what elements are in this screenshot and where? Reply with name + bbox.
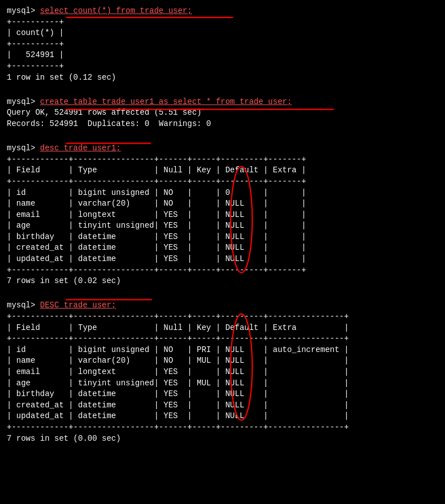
output-3-row-name: | name | varchar(20) | NO | | NULL | | (7, 198, 438, 210)
block-3: mysql> desc trade_user1; +------------+-… (7, 143, 438, 287)
command-text-2: create table trade_user1 as select * fro… (40, 97, 292, 106)
output-4-rowcount: 7 rows in set (0.00 sec) (7, 433, 438, 445)
command-text-1: select count(*) from trade_user; (40, 6, 192, 15)
output-4-row-id: | id | bigint unsigned | NO | PRI | NULL… (7, 345, 438, 356)
output-3-row-email: | email | longtext | YES | | NULL | | (7, 210, 438, 221)
output-3-border-bot: +------------+-----------------+------+-… (7, 265, 438, 276)
prompt-3: mysql> (7, 144, 40, 153)
block-2: mysql> create table trade_user1 as selec… (7, 97, 438, 130)
command-line-1: mysql> select count(*) from trade_user; (7, 6, 438, 17)
command-line-2: mysql> create table trade_user1 as selec… (7, 97, 438, 108)
output-2-2: Records: 524991 Duplicates: 0 Warnings: … (7, 119, 438, 130)
output-3-row-id: | id | bigint unsigned | NO | | 0 | | (7, 188, 438, 199)
output-3-header: | Field | Type | Null | Key | Default | … (7, 165, 438, 176)
command-line-4: mysql> DESC trade_user; (7, 300, 438, 311)
output-4-row-age: | age | tinyint unsigned| YES | MUL | NU… (7, 378, 438, 389)
prompt-4: mysql> (7, 301, 40, 310)
command-text-3: desc trade_user1; (40, 144, 121, 153)
output-3-rowcount: 7 rows in set (0.02 sec) (7, 276, 438, 287)
output-3-row-age: | age | tinyint unsigned| YES | | NULL |… (7, 220, 438, 232)
block-4: mysql> DESC trade_user; +------------+--… (7, 300, 438, 444)
output-4-row-birthday: | birthday | datetime | YES | | NULL | | (7, 389, 438, 400)
output-3-border-top: +------------+-----------------+------+-… (7, 154, 438, 166)
output-4-row-updated: | updated_at | datetime | YES | | NULL |… (7, 411, 438, 422)
output-1-3: +----------+ (7, 39, 438, 50)
output-4-row-name: | name | varchar(20) | NO | MUL | NULL |… (7, 355, 438, 367)
output-1-4: | 524991 | (7, 50, 438, 61)
output-3-row-birthday: | birthday | datetime | YES | | NULL | | (7, 232, 438, 243)
output-4-row-created: | created_at | datetime | YES | | NULL |… (7, 400, 438, 411)
output-4-header-sep: +------------+-----------------+------+-… (7, 333, 438, 345)
output-4-border-top: +------------+-----------------+------+-… (7, 311, 438, 323)
output-4-row-email: | email | longtext | YES | | NULL | | (7, 367, 438, 378)
block-1: mysql> select count(*) from trade_user; … (7, 6, 438, 83)
output-4-border-bot: +------------+-----------------+------+-… (7, 422, 438, 433)
prompt-2: mysql> (7, 97, 40, 106)
terminal: mysql> select count(*) from trade_user; … (7, 6, 438, 444)
output-3-row-updated: | updated_at | datetime | YES | | NULL |… (7, 254, 438, 265)
output-1-6: 1 row in set (0.12 sec) (7, 72, 438, 84)
prompt-1: mysql> (7, 6, 40, 15)
output-4-header: | Field | Type | Null | Key | Default | … (7, 323, 438, 334)
output-1-5: +----------+ (7, 61, 438, 72)
output-3-row-created: | created_at | datetime | YES | | NULL |… (7, 242, 438, 254)
output-1-2: | count(*) | (7, 28, 438, 39)
output-3-header-sep: +------------+-----------------+------+-… (7, 176, 438, 188)
command-text-4: DESC trade_user; (40, 301, 116, 310)
output-2-1: Query OK, 524991 rows affected (5.51 sec… (7, 107, 438, 119)
command-line-3: mysql> desc trade_user1; (7, 143, 438, 154)
output-1-1: +----------+ (7, 17, 438, 28)
